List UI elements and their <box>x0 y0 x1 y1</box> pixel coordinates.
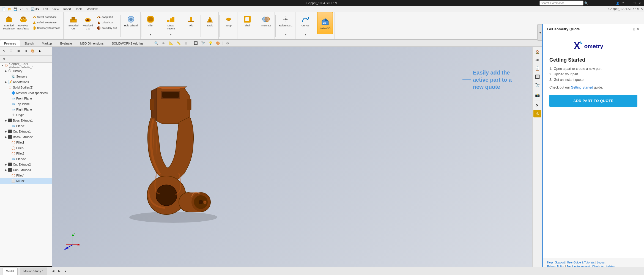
sidebar-list-btn[interactable]: 📋 <box>533 65 541 72</box>
expand-history[interactable]: ▶ <box>4 69 8 73</box>
expand-boss2[interactable]: ▶ <box>4 135 8 139</box>
tab-mbd[interactable]: MBD Dimensions <box>76 40 108 46</box>
hole-wizard-button[interactable]: Hole Wizard <box>123 13 139 33</box>
footer-user-guide-link[interactable]: User Guide & Tutorials <box>567 261 595 264</box>
center-view[interactable]: ⊕ <box>23 48 29 54</box>
curves-button[interactable]: Curves <box>298 13 312 33</box>
qa-dropdown[interactable]: ▾ <box>36 6 41 12</box>
menu-tools[interactable]: Tools <box>73 7 85 11</box>
search-button[interactable]: 🔍 <box>583 0 589 6</box>
extruded-boss-base-button[interactable]: ExtrudedBoss/Base <box>2 13 16 33</box>
select-tool[interactable]: ↖ <box>1 48 7 54</box>
tree-item-material[interactable]: 🔷 Material <not specified> <box>0 90 52 96</box>
extruded-cut-button[interactable]: ExtrudedCut <box>67 13 80 33</box>
menu-window[interactable]: Window <box>85 7 100 11</box>
tree-item-fillet3[interactable]: ◯ Fillet3 <box>0 151 52 156</box>
sidebar-wireframe-btn[interactable]: 🔲 <box>533 73 541 81</box>
tab-features[interactable]: Features <box>0 40 20 46</box>
footer-support-link[interactable]: Support <box>555 261 565 264</box>
scroll-up-btn[interactable]: ▲ <box>62 268 68 274</box>
tab-motion-study[interactable]: Motion Study 1 <box>20 268 47 275</box>
tree-item-boss-extrude1[interactable]: ▶ ⬛ Boss-Extrude1 <box>0 118 52 123</box>
view-filter-icon[interactable]: 🔍 <box>153 40 160 46</box>
tree-item-plane2[interactable]: ▭ Plane2 <box>0 156 52 162</box>
sidebar-x-btn[interactable]: ✕ <box>533 101 541 109</box>
qa-open[interactable]: 📂 <box>7 6 12 12</box>
view-settings-icon[interactable]: ⚙ <box>224 40 231 46</box>
expand-boss1[interactable]: ▶ <box>4 119 8 122</box>
scroll-right-btn[interactable]: ▶ <box>56 268 62 274</box>
user-icon[interactable]: 👤 <box>615 1 620 5</box>
expand-root[interactable]: ▼ <box>1 64 4 67</box>
tree-item-history[interactable]: ▶ ⏱ History <box>0 68 52 74</box>
expand-cut2[interactable]: ▶ <box>4 163 8 166</box>
grid-view[interactable]: ⊞ <box>15 48 21 54</box>
xometry-close-icon[interactable]: ✕ <box>637 27 640 31</box>
tree-item-front-plane[interactable]: ▭ Front Plane <box>0 96 52 101</box>
qa-rebuild[interactable]: 🔄 <box>30 6 35 12</box>
tree-item-solid-bodies[interactable]: ◻ Solid Bodies(1) <box>0 85 52 90</box>
draft-button[interactable]: Draft <box>203 13 217 33</box>
expand-tree[interactable]: ▶ <box>37 48 43 54</box>
tab-markup[interactable]: Markup <box>38 40 56 46</box>
list-view[interactable]: ☰ <box>8 48 14 54</box>
view-sketch-icon[interactable]: ✏ <box>160 40 167 46</box>
tree-item-fillet4[interactable]: ◯ Fillet4 <box>0 173 52 178</box>
view-display-icon[interactable]: 💡 <box>207 40 214 46</box>
swept-cut-button[interactable]: Swept Cut <box>96 14 117 20</box>
close-button[interactable]: ✕ <box>637 1 642 5</box>
color-view[interactable]: 🎨 <box>30 48 36 54</box>
add-part-to-quote-button[interactable]: ADD PART TO QUOTE <box>549 95 637 107</box>
sidebar-xometry-btn[interactable]: ⚠ <box>533 110 541 117</box>
tree-item-top-plane[interactable]: ▭ Top Plane <box>0 101 52 107</box>
qa-new[interactable]: 📄 <box>1 6 7 12</box>
scroll-left-btn[interactable]: ◀ <box>50 268 56 274</box>
document-tab-close[interactable]: Gripper_1004.SLDPRT ✕ <box>609 7 643 11</box>
tree-item-boss-extrude2[interactable]: ▶ ⬛ Boss-Extrude2 <box>0 134 52 140</box>
sidebar-home-btn[interactable]: 🏠 <box>533 48 541 56</box>
tree-item-fillet2[interactable]: ◯ Fillet2 <box>0 145 52 151</box>
expand-annotations[interactable]: ▶ <box>4 80 8 84</box>
expand-cut3[interactable]: ▶ <box>4 168 8 172</box>
revolved-boss-base-button[interactable]: RevolvedBoss/Base <box>16 13 30 33</box>
help-icon[interactable]: ? <box>621 1 625 5</box>
qa-redo[interactable]: ↪ <box>24 6 30 12</box>
footer-logout-link[interactable]: Logout <box>597 261 605 264</box>
tab-evaluate[interactable]: Evaluate <box>56 40 76 46</box>
sidebar-eye-btn[interactable]: 👁 <box>533 56 541 64</box>
view-zoom-icon[interactable]: 🔭 <box>200 40 206 46</box>
tree-item-sensors[interactable]: 📡 Sensors <box>0 74 52 79</box>
xometry-panel-toggle[interactable]: ◀ <box>537 24 543 41</box>
viewport[interactable]: Y X Z <box>52 47 542 267</box>
sidebar-render-btn[interactable]: 🔭 <box>533 81 541 89</box>
shell-button[interactable]: Shell <box>240 13 254 33</box>
xometry-expand-icon[interactable]: ⊞ <box>632 27 635 31</box>
qa-save[interactable]: 💾 <box>13 6 18 12</box>
view-appearan-icon[interactable]: 🎨 <box>215 40 221 46</box>
tree-root-item[interactable]: ▼ ⬡ Gripper_1004 (Default<<Default>_D <box>0 63 52 68</box>
filter-icon[interactable]: ▼ <box>1 56 7 62</box>
expand-cut1[interactable]: ▶ <box>4 130 8 133</box>
intersect-button[interactable]: Intersect <box>259 13 273 33</box>
qa-undo[interactable]: ↩ <box>18 6 24 12</box>
tree-item-origin[interactable]: ✛ Origin <box>0 112 52 118</box>
footer-help-link[interactable]: Help <box>547 261 553 264</box>
tab-model[interactable]: Model <box>2 268 18 275</box>
tree-item-plane1[interactable]: ▭ Plane1 <box>0 123 52 129</box>
tree-item-cut-extrude1[interactable]: ▶ ⬛ Cut-Extrude1 <box>0 129 52 134</box>
view-dims-icon[interactable]: 📏 <box>175 40 182 46</box>
lofted-boss-base-button[interactable]: Lofted Boss/Base <box>31 20 61 25</box>
tree-item-cut-extrude2[interactable]: ▶ ⬛ Cut-Extrude2 <box>0 162 52 167</box>
linear-pattern-button[interactable]: Linear Pattern <box>162 13 179 33</box>
wrap-button[interactable]: Wrap <box>222 13 235 33</box>
tree-item-fillet1[interactable]: ◯ Fillet1 <box>0 140 52 145</box>
swept-boss-base-button[interactable]: Swept Boss/Base <box>31 14 61 20</box>
boundary-cut-button[interactable]: Boundary Cut <box>96 25 117 31</box>
menu-insert[interactable]: Insert <box>61 7 73 11</box>
fillet-button[interactable]: Fillet <box>144 13 157 33</box>
restore-button[interactable]: ❐ <box>632 1 636 5</box>
tree-item-annotations[interactable]: ▶ 📝 Annotations <box>0 79 52 85</box>
tree-item-cut-extrude3[interactable]: ▶ ⬛ Cut-Extrude3 <box>0 167 52 173</box>
revolved-cut-button[interactable]: RevolvedCut <box>81 13 95 33</box>
getting-started-link[interactable]: Getting Started <box>571 86 593 89</box>
